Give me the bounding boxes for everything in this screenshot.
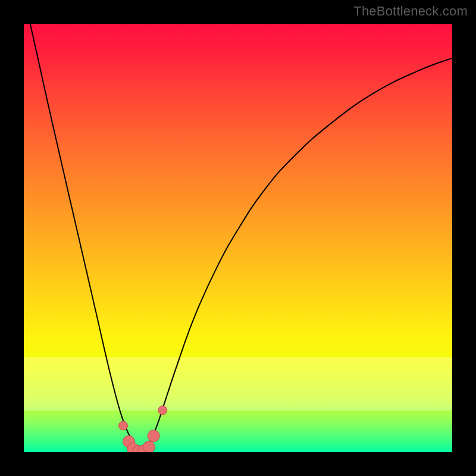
chart-frame: TheBottleneck.com <box>0 0 476 476</box>
optimal-zone-markers <box>119 406 167 452</box>
attribution-text: TheBottleneck.com <box>353 4 468 19</box>
marker-dot <box>127 443 139 452</box>
bottleneck-curve <box>30 24 452 449</box>
marker-dot <box>123 436 134 447</box>
marker-dot <box>138 445 150 452</box>
marker-dot <box>143 441 155 452</box>
marker-dot <box>119 421 128 430</box>
highlight-band <box>24 357 452 411</box>
marker-dot <box>158 406 167 415</box>
curve-layer <box>24 24 452 452</box>
plot-area <box>24 24 452 452</box>
marker-dot <box>148 430 159 442</box>
marker-dot <box>133 446 145 452</box>
